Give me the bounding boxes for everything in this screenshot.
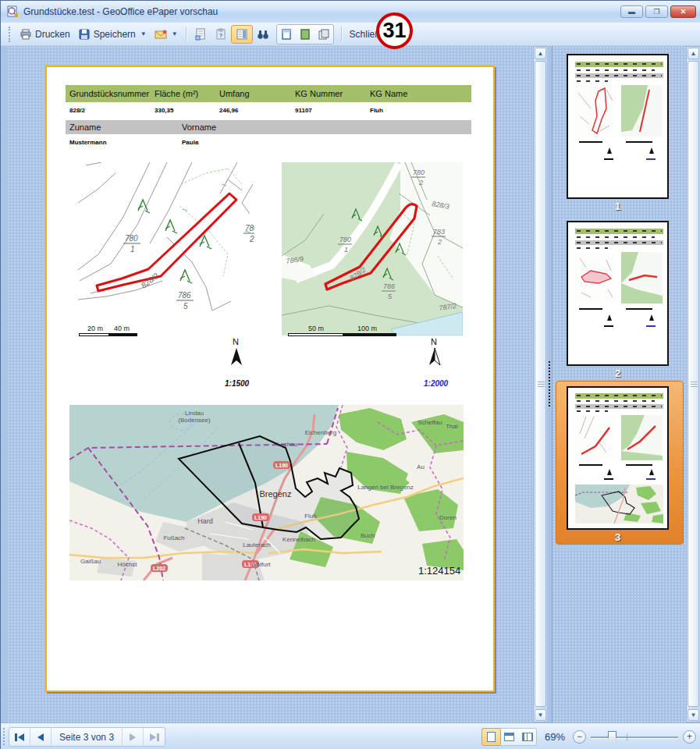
thumbnail-page-1[interactable] <box>567 54 669 199</box>
send-dropdown-arrow[interactable]: ▼ <box>172 30 178 37</box>
close-button[interactable]: ✕ <box>670 5 696 18</box>
owner-table-header: Zuname Vorname <box>66 120 471 134</box>
owner-table-row: Mustermann Paula <box>66 134 471 150</box>
col-umfang: Umfang <box>215 89 291 98</box>
svg-text:Au: Au <box>417 463 425 470</box>
app-window: Grundstücke.test - GeoOffice ePaper vors… <box>0 0 700 749</box>
zoom-out-button[interactable]: − <box>573 730 586 744</box>
val-vorname: Paula <box>178 139 471 146</box>
clipboard-help-icon: ? <box>215 28 227 41</box>
toolbar-grip[interactable] <box>9 27 11 42</box>
view-single-page-button[interactable] <box>277 25 296 44</box>
thumbnail-page-3[interactable] <box>567 386 669 530</box>
find-button[interactable] <box>253 25 273 44</box>
zoom-slider-thumb[interactable] <box>608 731 616 743</box>
single-page-icon <box>280 28 293 41</box>
save-label: Speichern <box>94 29 136 40</box>
view-multi-page-button[interactable] <box>314 25 333 44</box>
restore-button[interactable]: ❐ <box>645 5 668 18</box>
svg-text:2: 2 <box>437 238 442 246</box>
thumbnail-scrollbar[interactable]: ▲ ▼ <box>686 46 700 722</box>
thumbnail-page-2[interactable] <box>567 221 669 366</box>
overview-scale: 1:124154 <box>418 565 460 577</box>
scroll-up-icon[interactable]: ▲ <box>535 48 546 59</box>
svg-text:2: 2 <box>249 235 254 243</box>
parcel-table: Grundstücksnummer Fläche (m²) Umfang KG … <box>66 85 471 119</box>
svg-text:786: 786 <box>383 282 395 290</box>
scroll-down-icon[interactable]: ▼ <box>688 709 699 721</box>
previous-page-button[interactable] <box>30 728 52 746</box>
main-scrollbar-thumb[interactable] <box>535 61 546 707</box>
last-page-button[interactable] <box>144 728 165 746</box>
svg-text:Wolfurt: Wolfurt <box>251 561 271 568</box>
cadastre-map-left: 780 1 786 5 780 2 828/2 <box>75 162 254 315</box>
stacked-pages-icon <box>318 28 330 41</box>
svg-text:Buch: Buch <box>361 532 375 539</box>
thumbnail-label-2: 2 <box>567 367 669 379</box>
minimize-button[interactable]: ▬ <box>620 5 643 18</box>
thumb3-map-left <box>575 415 616 460</box>
zoom-in-button[interactable]: + <box>683 730 696 744</box>
val-kg-name: Fluh <box>366 107 471 114</box>
app-icon <box>6 5 19 18</box>
properties-button[interactable]: ? <box>211 25 231 44</box>
window-title: Grundstücke.test - GeoOffice ePaper vors… <box>23 6 218 17</box>
scalebar-right <box>288 333 396 336</box>
svg-text:780: 780 <box>125 234 138 243</box>
svg-text:L190: L190 <box>254 515 267 520</box>
printer-icon <box>20 28 32 41</box>
svg-text:L190: L190 <box>275 463 288 468</box>
val-zuname: Mustermann <box>66 139 178 146</box>
thumbnail-label-1: 1 <box>567 201 669 212</box>
overview-map: L190 L190 L190 L202 Lindau (Bodensee) Br… <box>69 405 464 580</box>
thumb1-map-right <box>621 85 663 137</box>
layout-single-button[interactable] <box>482 729 500 745</box>
col-grundstuecksnummer: Grundstücksnummer <box>66 89 151 98</box>
svg-text:Höchst: Höchst <box>118 561 138 568</box>
parcel-table-row: 828/2 330,35 246,96 91107 Fluh <box>66 102 471 119</box>
main-scrollbar[interactable]: ▲ ▼ <box>533 46 548 722</box>
svg-text:Thal: Thal <box>446 423 458 430</box>
statusbar-grip <box>3 728 5 745</box>
svg-text:Doren: Doren <box>439 514 457 521</box>
svg-text:Eichenberg: Eichenberg <box>305 429 336 436</box>
svg-text:783: 783 <box>433 228 445 236</box>
thumbnails-toggle-button[interactable] <box>231 25 253 44</box>
svg-text:780: 780 <box>339 236 351 243</box>
save-dropdown-arrow[interactable]: ▼ <box>140 30 147 37</box>
cadastre-map-right: 780 2 828/3 783 2 780 1 786/9 828/2 786 … <box>282 162 463 335</box>
col-flaeche: Fläche (m²) <box>151 89 215 98</box>
svg-text:2: 2 <box>418 179 423 186</box>
north-label-right: N <box>431 337 437 346</box>
svg-text:780: 780 <box>413 169 425 176</box>
print-button[interactable]: Drucken <box>16 25 74 44</box>
parcel-table-header: Grundstücksnummer Fläche (m²) Umfang KG … <box>66 85 471 102</box>
col-kg-nummer: KG Nummer <box>291 89 366 98</box>
north-arrow-right <box>426 348 443 367</box>
svg-text:L202: L202 <box>153 566 165 571</box>
green-page-icon <box>299 28 311 41</box>
sidebar-toggle-icon <box>236 28 248 41</box>
zoom-slider[interactable] <box>591 729 678 745</box>
layout-continuous-button[interactable] <box>500 729 518 745</box>
next-page-button[interactable] <box>123 728 144 746</box>
first-page-button[interactable] <box>9 728 30 746</box>
scroll-down-icon[interactable]: ▼ <box>535 709 546 721</box>
val-umfang: 246,96 <box>215 107 291 114</box>
thumbnail-scrollbar-thumb[interactable] <box>688 61 699 707</box>
view-green-page-button[interactable] <box>296 25 314 44</box>
page-setup-button[interactable] <box>190 25 211 44</box>
toolbar-separator <box>341 27 342 42</box>
save-button[interactable]: Speichern ▼ <box>74 25 151 44</box>
scalebar-right-100: 100 m <box>357 325 377 332</box>
zoom-controls: 69% − + <box>481 727 696 747</box>
send-button[interactable]: ▼ <box>151 25 182 44</box>
svg-text:Kennelbach: Kennelbach <box>282 536 315 543</box>
scroll-up-icon[interactable]: ▲ <box>688 48 699 59</box>
page-indicator: Seite 3 von 3 <box>52 728 123 746</box>
col-kg-name: KG Name <box>366 89 471 98</box>
layout-buttons <box>481 728 537 746</box>
thumb1-map-left <box>575 85 616 137</box>
layout-facing-button[interactable] <box>518 729 536 745</box>
annotation-badge: 31 <box>376 12 413 49</box>
